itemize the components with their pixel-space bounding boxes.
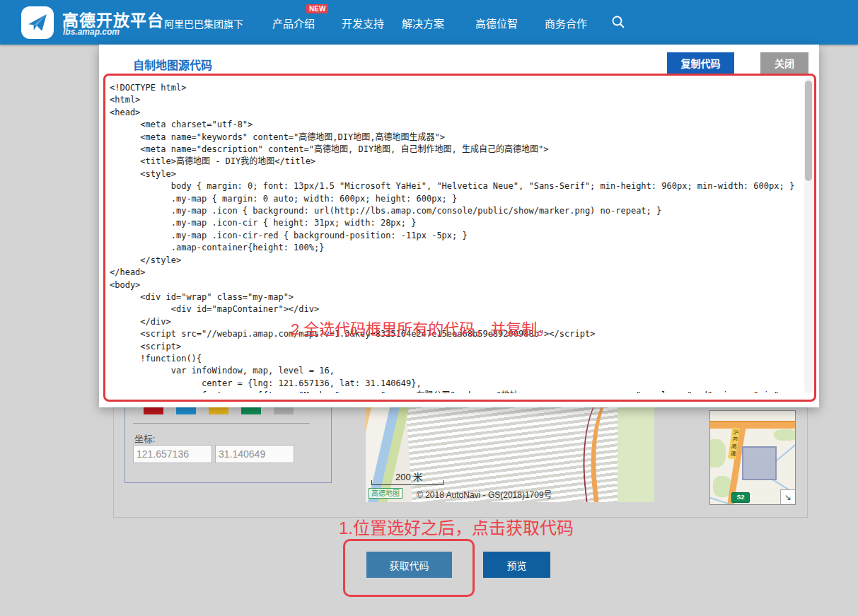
color-swatch[interactable] [176,407,196,414]
preview-button[interactable]: 预览 [483,552,550,578]
color-swatch[interactable] [241,407,261,414]
step1-annotation: 1.位置选好之后，点击获取代码 [339,514,574,539]
nav-item[interactable]: 高德位智 [475,16,518,30]
expressway-badge: S2 [731,492,750,503]
color-swatch[interactable] [274,407,294,414]
nav-item[interactable]: 解决方案 [402,16,444,30]
minimap-green-patch [774,429,796,441]
nav-item[interactable]: 商务合作 [545,16,587,30]
new-badge: NEW [306,4,328,13]
map-canvas[interactable]: 200 米 高德地图 © 2018 AutoNavi - GS(2018)170… [366,407,654,502]
latitude-input[interactable] [215,445,294,463]
longitude-input[interactable] [133,445,212,463]
color-swatch[interactable] [209,407,228,414]
source-code-modal: 自制地图源代码 复制代码 关闭 <!DOCTYPE html> <html> <… [99,45,819,407]
get-code-button[interactable]: 获取代码 [366,552,452,578]
map-scalebar [371,480,444,485]
code-box[interactable]: <!DOCTYPE html> <html> <head> <meta char… [103,74,816,402]
map-attribution: © 2018 AutoNavi - GS(2018)1709号 [417,488,552,500]
scrollbar-thumb[interactable] [805,81,812,181]
close-button[interactable]: 关闭 [760,52,808,74]
coordinates-label: 坐标: [134,431,156,445]
brand-domain: lbs.amap.com [63,27,120,37]
swatch-row [144,407,306,414]
color-swatch[interactable] [144,407,163,414]
amap-logo[interactable] [21,6,54,39]
scrollbar-track[interactable] [804,78,813,393]
search-icon[interactable] [611,15,625,29]
page: 高德开放平台 lbs.amap.com 阿里巴巴集团旗下产品介绍NEW开发支持解… [0,0,858,616]
divider [133,423,310,424]
minimap-green-patch [709,439,726,467]
minimap-viewport-rect[interactable] [742,446,777,480]
top-navbar: 高德开放平台 lbs.amap.com 阿里巴巴集团旗下产品介绍NEW开发支持解… [0,0,858,45]
minimap-road [710,421,795,429]
copy-code-button[interactable]: 复制代码 [667,52,734,74]
nav-item[interactable]: 开发支持 [342,16,384,30]
nav-item[interactable]: 阿里巴巴集团旗下 [164,16,243,30]
modal-title: 自制地图源代码 [133,56,212,73]
amap-watermark: 高德地图 [369,488,402,499]
step2-annotation: 2.全选代码框里所有的代码，并复制。 [291,316,552,339]
overview-minimap[interactable]: 沪芦高速 S2 ↘ [709,410,796,505]
minimap-collapse-icon[interactable]: ↘ [780,489,795,504]
nav-item[interactable]: 产品介绍NEW [272,16,315,30]
paper-plane-icon [25,11,50,35]
code-content[interactable]: <!DOCTYPE html> <html> <head> <meta char… [110,82,800,393]
